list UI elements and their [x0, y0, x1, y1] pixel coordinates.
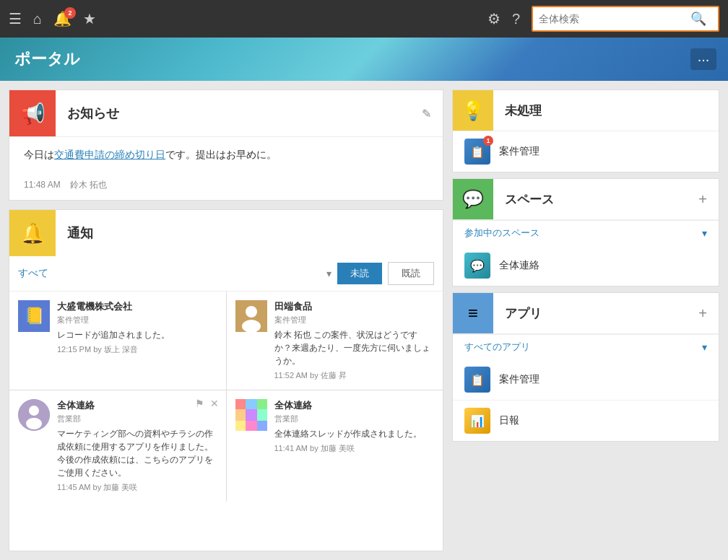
announce-body: 今日は交通費申請の締め切り日です。提出はお早めに。 [9, 136, 443, 173]
unprocessed-section: 💡 未処理 📋 1 案件管理 [452, 89, 719, 172]
menu-icon[interactable]: ☰ [9, 10, 22, 27]
notification-item[interactable]: 📒 大盛電機株式会社 案件管理 レコードが追加されました。 12:15 PM b… [9, 292, 226, 390]
notification-item-body: 全体連絡 営業部 マーケティング部への資料やチラシの作成依頼に使用するアプリを作… [57, 399, 217, 493]
chat-icon: 💬 [462, 189, 484, 209]
spaces-expand-label: 参加中のスペース [464, 227, 702, 240]
filter-bar: すべて ▾ 未読 既読 [9, 256, 443, 292]
portal-header: ポータル ··· [0, 38, 728, 81]
notif-footer-4: 11:41 AM by 加藤 美咲 [274, 443, 435, 454]
app-case-label: 案件管理 [499, 373, 540, 386]
gear-icon[interactable]: ⚙ [488, 10, 500, 27]
star-icon[interactable]: ★ [83, 10, 96, 27]
bell-wrap: 🔔 2 [53, 10, 72, 27]
spaces-icon-box: 💬 [453, 179, 493, 219]
notification-grid: 📒 大盛電機株式会社 案件管理 レコードが追加されました。 12:15 PM b… [9, 292, 443, 502]
apps-list-icon: ≡ [468, 303, 478, 323]
notification-card: 🔔 通知 すべて ▾ 未読 既読 📒 大盛電機株式会社 案件管理 レコードが追加… [9, 209, 443, 551]
apps-body: すべてのアプリ ▾ 📋 案件管理 📊 日報 [453, 333, 719, 441]
notif-subtitle-4: 営業部 [274, 414, 435, 424]
portal-title: ポータル [14, 48, 80, 70]
apps-item-case[interactable]: 📋 案件管理 [453, 359, 719, 401]
announce-icon-box: 📢 [9, 90, 56, 136]
notification-item-body: 全体連絡 営業部 全体連絡スレッドが作成されました。 11:41 AM by 加… [274, 399, 435, 493]
help-icon[interactable]: ? [512, 11, 520, 27]
apps-expand-row[interactable]: すべてのアプリ ▾ [453, 334, 719, 359]
bell-badge: 2 [64, 7, 76, 19]
apps-add-button[interactable]: + [687, 305, 719, 322]
avatar-circle-3 [18, 399, 50, 431]
unprocessed-item[interactable]: 📋 1 案件管理 [453, 131, 719, 172]
flag-icon[interactable]: ⚑ [195, 398, 204, 409]
notification-item-body: 大盛電機株式会社 案件管理 レコードが追加されました。 12:15 PM by … [57, 300, 217, 381]
filter-chevron-icon: ▾ [326, 268, 332, 279]
spaces-expand-row[interactable]: 参加中のスペース ▾ [453, 220, 719, 245]
bell-notif-icon: 🔔 [20, 222, 46, 245]
svg-rect-10 [246, 409, 257, 421]
announce-header: 📢 お知らせ ✎ [9, 90, 443, 136]
megaphone-icon: 📢 [20, 102, 46, 126]
notification-icon-box: 🔔 [9, 210, 56, 256]
notif-footer-2: 11:52 AM by 佐藤 昇 [274, 370, 435, 381]
announce-card: 📢 お知らせ ✎ 今日は交通費申請の締め切り日です。提出はお早めに。 11:48… [9, 89, 443, 201]
app-daily-icon: 📊 [464, 408, 490, 434]
announce-author: 鈴木 拓也 [70, 180, 107, 190]
apps-header: ≡ アプリ + [453, 293, 719, 333]
notif-footer-1: 12:15 PM by 坂上 深音 [57, 344, 217, 355]
apps-item-daily[interactable]: 📊 日報 [453, 401, 719, 441]
svg-point-1 [242, 320, 261, 332]
case-badge-1: 1 [483, 136, 493, 146]
notification-item[interactable]: 全体連絡 営業部 全体連絡スレッドが作成されました。 11:41 AM by 加… [227, 390, 443, 502]
svg-rect-12 [235, 421, 246, 431]
svg-point-0 [246, 306, 257, 318]
notif-title-3: 全体連絡 [57, 399, 217, 412]
portal-more-button[interactable]: ··· [690, 48, 716, 70]
announce-body-pre: 今日は [24, 149, 54, 160]
notif-text-2: 鈴木 拓也 この案件、状況はどうですか？来週あたり、一度先方に伺いましょうか。 [274, 328, 435, 367]
apps-title: アプリ [493, 305, 687, 322]
svg-rect-11 [257, 409, 267, 421]
spaces-add-button[interactable]: + [687, 191, 719, 208]
announce-edit-button[interactable]: ✎ [410, 95, 443, 132]
announce-time: 11:48 AM [24, 180, 61, 190]
filter-all-label[interactable]: すべて [18, 267, 321, 280]
spaces-title: スペース [493, 191, 687, 208]
notif-subtitle-3: 営業部 [57, 414, 217, 424]
notif-subtitle-1: 案件管理 [57, 315, 217, 325]
topbar-right: ⚙ ? 🔍 [488, 6, 719, 32]
left-column: 📢 お知らせ ✎ 今日は交通費申請の締め切り日です。提出はお早めに。 11:48… [9, 89, 443, 551]
filter-unread-button[interactable]: 未読 [337, 263, 382, 284]
unprocessed-icon-box: 💡 [453, 90, 493, 131]
notif-subtitle-2: 案件管理 [274, 315, 435, 325]
spaces-header: 💬 スペース + [453, 179, 719, 219]
space-chat-icon: 💬 [464, 253, 490, 279]
notification-item[interactable]: 田端食品 案件管理 鈴木 拓也 この案件、状況はどうですか？来週あたり、一度先方… [227, 292, 443, 390]
svg-rect-14 [257, 421, 267, 431]
spaces-body: 参加中のスペース ▾ 💬 全体連絡 [453, 219, 719, 286]
unprocessed-header: 💡 未処理 [453, 90, 719, 131]
apps-expand-label: すべてのアプリ [464, 341, 702, 354]
apps-icon-box: ≡ [453, 293, 493, 333]
notif-title-2: 田端食品 [274, 300, 435, 313]
svg-rect-8 [257, 399, 267, 409]
close-icon[interactable]: ✕ [210, 398, 219, 409]
svg-rect-9 [235, 409, 246, 421]
notif-text-1: レコードが追加されました。 [57, 328, 217, 341]
notif-footer-3: 11:45 AM by 加藤 美咲 [57, 482, 217, 493]
unprocessed-body: 📋 1 案件管理 [453, 131, 719, 172]
announce-body-link[interactable]: 交通費申請の締め切り日 [54, 149, 165, 160]
filter-read-button[interactable]: 既読 [388, 262, 434, 285]
main-content: 📢 お知らせ ✎ 今日は交通費申請の締め切り日です。提出はお早めに。 11:48… [0, 81, 728, 560]
svg-point-4 [26, 418, 42, 429]
avatar-colorful-4 [235, 399, 267, 431]
notif-title-1: 大盛電機株式会社 [57, 300, 217, 313]
search-input[interactable] [539, 13, 690, 25]
announce-footer: 11:48 AM 鈴木 拓也 [9, 173, 443, 200]
spaces-item[interactable]: 💬 全体連絡 [453, 245, 719, 286]
right-column: 💡 未処理 📋 1 案件管理 💬 スペース [452, 89, 719, 551]
svg-rect-7 [246, 399, 257, 409]
avatar-person-2 [235, 300, 267, 332]
home-icon[interactable]: ⌂ [33, 11, 42, 27]
search-button[interactable]: 🔍 [690, 11, 706, 27]
notification-item[interactable]: 全体連絡 営業部 マーケティング部への資料やチラシの作成依頼に使用するアプリを作… [9, 390, 226, 502]
notification-header: 🔔 通知 [9, 210, 443, 256]
